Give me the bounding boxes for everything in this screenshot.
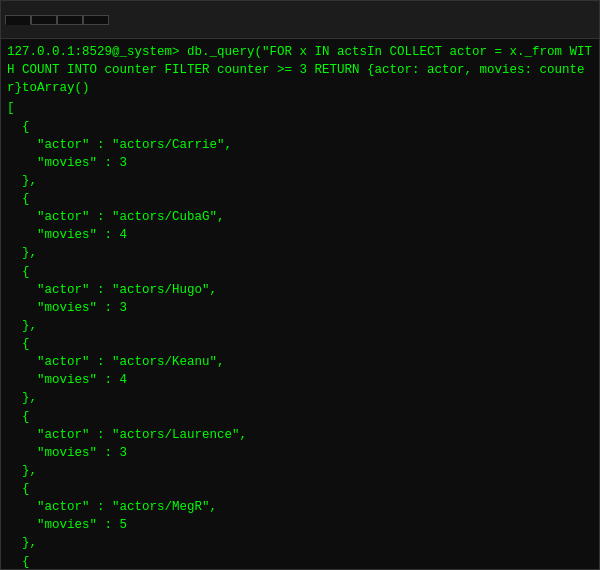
terminal-body: 127.0.0.1:8529@_system> db._query("FOR x… [1,39,599,569]
tab-counter1[interactable] [31,15,57,25]
terminal-header [1,1,599,39]
terminal-window: 127.0.0.1:8529@_system> db._query("FOR x… [0,0,600,570]
terminal-output[interactable]: 127.0.0.1:8529@_system> db._query("FOR x… [1,39,599,569]
tab-count[interactable] [5,15,31,25]
output-block: [ { "actor" : "actors/Carrie", "movies" … [7,99,593,569]
prompt-line: 127.0.0.1:8529@_system> db._query("FOR x… [7,43,593,97]
tab-counter2[interactable] [57,15,83,25]
tab-counter3[interactable] [83,15,109,25]
